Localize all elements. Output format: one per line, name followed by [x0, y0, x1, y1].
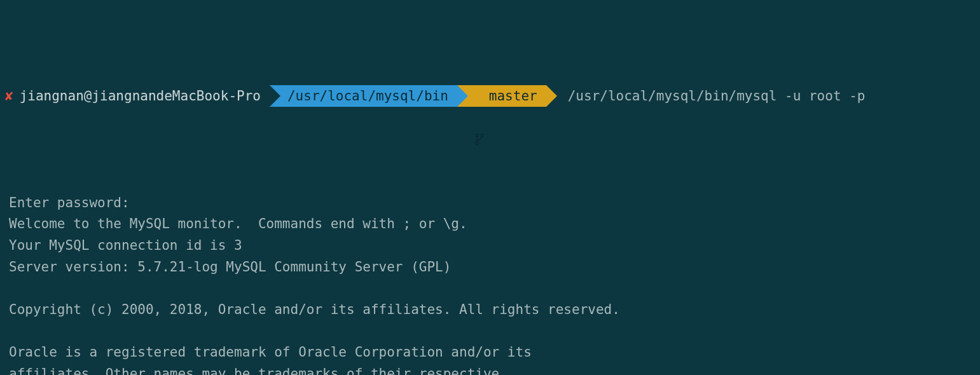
- command-text: /usr/local/mysql/bin/mysql -u root -p: [546, 85, 866, 107]
- output-line: Welcome to the MySQL monitor. Commands e…: [0, 214, 980, 235]
- svg-point-2: [476, 142, 478, 144]
- user-host-segment: ✘ jiangnan@jiangnandeMacBook-Pro: [0, 85, 270, 107]
- git-branch-icon: [475, 90, 484, 102]
- git-branch-text: master: [489, 85, 537, 107]
- output-line: Your MySQL connection id is 3: [0, 235, 980, 257]
- terminal-output: Enter password:Welcome to the MySQL moni…: [0, 193, 980, 375]
- output-line: Copyright (c) 2000, 2018, Oracle and/or …: [0, 299, 980, 321]
- output-line: [0, 320, 980, 342]
- svg-point-0: [476, 134, 478, 137]
- cwd-text: /usr/local/mysql/bin: [287, 85, 448, 107]
- user-host-text: jiangnan@jiangnandeMacBook-Pro: [20, 85, 261, 107]
- prompt-line-1: ✘ jiangnan@jiangnandeMacBook-Pro /usr/lo…: [0, 85, 980, 107]
- output-line: affiliates. Other names may be trademark…: [0, 364, 980, 376]
- cwd-segment: /usr/local/mysql/bin: [270, 85, 457, 107]
- output-line: Enter password:: [0, 193, 980, 214]
- output-line: Server version: 5.7.21-log MySQL Communi…: [0, 257, 980, 278]
- output-line: [0, 278, 980, 299]
- svg-point-1: [481, 134, 483, 137]
- terminal-window[interactable]: ✘ jiangnan@jiangnandeMacBook-Pro /usr/lo…: [0, 0, 980, 375]
- status-error-icon: ✘: [5, 85, 13, 107]
- git-branch-segment: master: [457, 85, 546, 107]
- output-line: Oracle is a registered trademark of Orac…: [0, 342, 980, 364]
